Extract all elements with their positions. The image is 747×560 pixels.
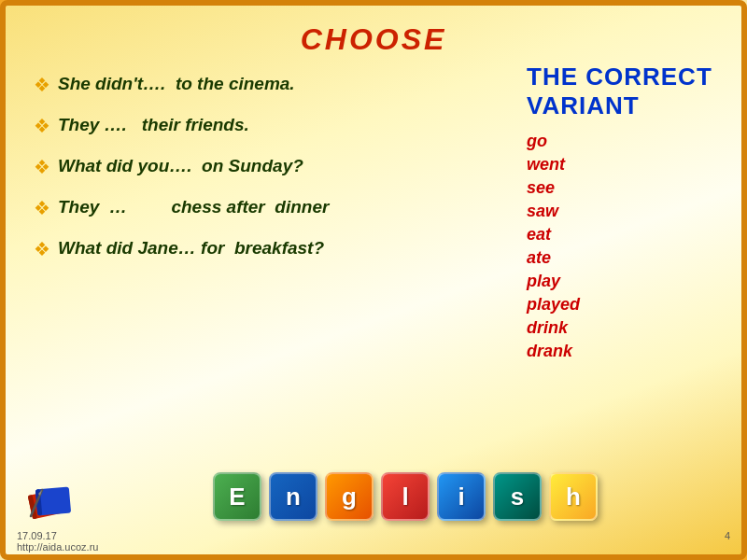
books-svg [25,473,79,520]
variant-list: go went see saw eat ate play played drin… [527,132,713,361]
variant-see[interactable]: see [527,178,713,198]
block-n[interactable]: n [269,472,317,521]
sentence-item-5: ❖ What did Jane… for breakfast? [34,236,508,260]
variant-went[interactable]: went [527,155,713,175]
variant-drank[interactable]: drank [527,342,713,361]
diamond-icon-2: ❖ [34,115,50,137]
sentence-item-4: ❖ They … chess after dinner [34,195,508,219]
sentence-item-2: ❖ They …. their friends. [34,113,508,137]
main-content: ❖ She didn't…. to the cinema. ❖ They …. … [6,63,741,468]
variant-play[interactable]: play [527,272,713,291]
variant-ate[interactable]: ate [527,248,713,268]
diamond-icon-5: ❖ [34,238,50,260]
correct-variant-title: THE CORRECT VARIANT [527,63,713,120]
diamond-icon-3: ❖ [34,156,50,178]
footer-date-url: 17.09.17 http://aida.ucoz.ru [17,530,98,553]
footer-page-number: 4 [725,530,730,553]
block-g[interactable]: g [325,472,374,521]
variant-eat[interactable]: eat [527,225,713,245]
diamond-icon-4: ❖ [34,197,50,219]
slide: CHOOSE ❖ She didn't…. to the cinema. ❖ T… [0,0,747,560]
footer-date: 17.09.17 [17,530,98,541]
footer-url: http://aida.ucoz.ru [17,541,98,553]
book-stack-icon [24,473,80,520]
variant-drink[interactable]: drink [527,318,713,338]
sentence-text-3: What did you…. on Sunday? [58,154,303,178]
block-E[interactable]: E [213,472,261,521]
block-i[interactable]: i [437,472,486,521]
block-h[interactable]: h [549,472,598,521]
blocks-row: E n g l i s h [88,472,723,521]
sentence-text-1: She didn't…. to the cinema. [58,72,295,96]
choose-title: CHOOSE [6,22,741,57]
block-l[interactable]: l [381,472,430,521]
block-s[interactable]: s [493,472,542,521]
sentence-text-4: They … chess after dinner [58,195,329,219]
right-panel: THE CORRECT VARIANT go went see saw eat … [517,63,723,468]
header: CHOOSE [6,6,741,63]
sentence-text-2: They …. their friends. [58,113,249,137]
variant-saw[interactable]: saw [527,202,713,221]
variant-played[interactable]: played [527,295,713,315]
sentence-text-5: What did Jane… for breakfast? [58,236,324,260]
left-panel: ❖ She didn't…. to the cinema. ❖ They …. … [24,63,517,468]
footer: 17.09.17 http://aida.ucoz.ru 4 [6,528,741,554]
bottom-area: E n g l i s h [6,468,741,528]
sentence-item-3: ❖ What did you…. on Sunday? [34,154,508,178]
sentence-item-1: ❖ She didn't…. to the cinema. [34,72,508,96]
diamond-icon-1: ❖ [34,74,50,96]
variant-go[interactable]: go [527,132,713,151]
